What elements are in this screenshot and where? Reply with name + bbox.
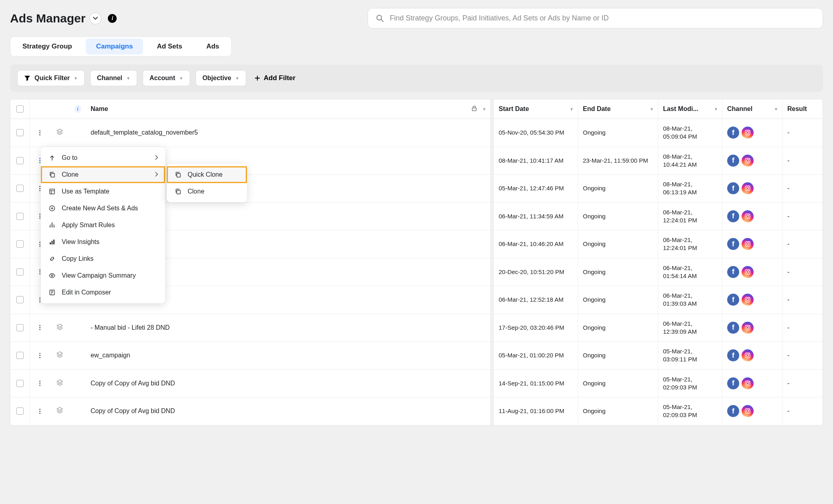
select-all-checkbox[interactable] (16, 105, 24, 113)
row-select-cell[interactable] (10, 342, 30, 369)
row-checkbox[interactable] (16, 324, 24, 331)
row-checkbox[interactable] (16, 240, 24, 248)
objective-filter-button[interactable]: Objective ▼ (196, 70, 246, 86)
row-checkbox[interactable] (16, 157, 24, 164)
channel-filter-button[interactable]: Channel ▼ (90, 70, 137, 86)
campaign-name: Copy of Copy of Avg bid DND (91, 380, 175, 387)
tab-ad-sets[interactable]: Ad Sets (145, 37, 194, 56)
submenu-item-quick-clone[interactable]: Quick Clone (167, 166, 247, 183)
last-modified-header[interactable]: Last Modi...▼ (658, 99, 722, 119)
quick-filter-button[interactable]: Quick Filter ▼ (17, 70, 85, 86)
row-checkbox[interactable] (16, 380, 24, 387)
row-end-date: Ongoing (578, 258, 658, 286)
row-actions-button[interactable] (38, 379, 42, 387)
svg-point-0 (377, 15, 382, 20)
row-start-date: 06-Mar-21, 10:46:20 AM (494, 230, 578, 258)
menu-item-copy-links[interactable]: Copy Links (41, 250, 165, 267)
sort-icon: ▼ (650, 107, 654, 111)
row-last-modified: 06-Mar-21, 12:24:01 PM (658, 230, 722, 258)
row-channel-cell: f (722, 342, 782, 369)
tab-strategy-group[interactable]: Strategy Group (10, 37, 84, 56)
result-header[interactable]: Result (782, 99, 823, 119)
tab-campaigns[interactable]: Campaigns (86, 38, 144, 54)
row-end-date: Ongoing (578, 314, 658, 342)
row-select-cell[interactable] (10, 175, 30, 202)
menu-item-go-to[interactable]: Go to (41, 149, 165, 166)
campaign-name: default_template_catalog_november5 (91, 129, 198, 136)
menu-item-apply-smart-rules[interactable]: Apply Smart Rules (41, 217, 165, 234)
menu-item-view-insights[interactable]: View Insights (41, 234, 165, 250)
instagram-icon (742, 127, 754, 139)
svg-line-1 (381, 20, 383, 22)
row-checkbox[interactable] (16, 185, 24, 192)
page-title: Ads Manager (10, 12, 85, 25)
row-layers-cell[interactable] (50, 314, 70, 342)
filter-icon (24, 75, 30, 81)
row-start-date: 20-Dec-20, 10:51:20 PM (494, 258, 578, 286)
title-dropdown-button[interactable] (89, 12, 101, 24)
channel-header[interactable]: Channel▼ (722, 99, 782, 119)
row-name-cell[interactable]: default_template_catalog_november5 (86, 119, 491, 147)
name-header[interactable]: Name ▼ (86, 99, 491, 119)
instagram-icon (742, 155, 754, 167)
svg-point-43 (749, 270, 750, 271)
account-filter-label: Account (150, 75, 175, 82)
row-select-cell[interactable] (10, 258, 30, 286)
svg-point-58 (749, 409, 750, 410)
facebook-icon: f (727, 266, 739, 278)
row-checkbox[interactable] (16, 129, 24, 136)
row-layers-cell[interactable] (50, 370, 70, 397)
row-name-cell[interactable]: Copy of Copy of Avg bid DND (86, 370, 491, 397)
add-filter-button[interactable]: Add Filter (254, 74, 295, 82)
account-filter-button[interactable]: Account ▼ (143, 70, 190, 86)
row-last-modified: 06-Mar-21, 12:39:09 AM (658, 314, 722, 342)
row-select-cell[interactable] (10, 119, 30, 147)
svg-rect-8 (51, 173, 55, 177)
end-date-header[interactable]: End Date▼ (578, 99, 658, 119)
search-input[interactable] (390, 14, 815, 22)
start-date-header[interactable]: Start Date▼ (494, 99, 578, 119)
layers-icon (56, 128, 63, 137)
row-name-cell[interactable]: ew_campaign (86, 342, 491, 369)
row-layers-cell[interactable] (50, 397, 70, 425)
row-select-cell[interactable] (10, 397, 30, 425)
row-result: - (782, 286, 823, 314)
row-name-cell[interactable]: - Manual bid - Lifeti 28 DND (86, 314, 491, 342)
row-select-cell[interactable] (10, 314, 30, 342)
row-select-cell[interactable] (10, 230, 30, 258)
row-name-cell[interactable]: Copy of Copy of Avg bid DND (86, 397, 491, 425)
info-icon[interactable]: i (108, 14, 117, 23)
tab-ads[interactable]: Ads (194, 37, 231, 56)
menu-item-view-campaign-summary[interactable]: View Campaign Summary (41, 267, 165, 284)
menu-item-create-new-ad-sets-ads[interactable]: Create New Ad Sets & Ads (41, 200, 165, 217)
row-result: - (782, 230, 823, 258)
menu-item-edit-in-composer[interactable]: Edit in Composer (41, 284, 165, 301)
row-checkbox[interactable] (16, 296, 24, 303)
row-actions-button[interactable] (38, 407, 42, 415)
row-checkbox[interactable] (16, 268, 24, 276)
row-end-date: Ongoing (578, 230, 658, 258)
row-channel-cell: f (722, 314, 782, 342)
submenu-item-clone[interactable]: Clone (167, 183, 247, 200)
menu-item-use-as-template[interactable]: Use as Template (41, 183, 165, 200)
eye-icon (48, 272, 56, 279)
search-box[interactable] (368, 8, 823, 28)
row-select-cell[interactable] (10, 286, 30, 314)
row-checkbox[interactable] (16, 407, 24, 415)
plus-icon (254, 75, 261, 81)
table-row: ew_campaign05-Mar-21, 01:00:20 PMOngoing… (10, 342, 823, 370)
row-actions-button[interactable] (38, 351, 42, 360)
row-actions-button[interactable] (38, 129, 42, 137)
row-checkbox[interactable] (16, 352, 24, 359)
row-select-cell[interactable] (10, 203, 30, 230)
row-start-date: 05-Nov-20, 05:54:30 PM (494, 119, 578, 147)
menu-item-clone[interactable]: CloneQuick CloneClone (41, 166, 165, 183)
row-select-cell[interactable] (10, 370, 30, 397)
row-actions-button[interactable] (38, 323, 42, 332)
row-select-cell[interactable] (10, 147, 30, 175)
facebook-icon: f (727, 238, 739, 250)
row-layers-cell[interactable] (50, 342, 70, 369)
row-layers-cell[interactable] (50, 119, 70, 147)
select-all-header[interactable] (10, 99, 30, 119)
row-checkbox[interactable] (16, 213, 24, 220)
